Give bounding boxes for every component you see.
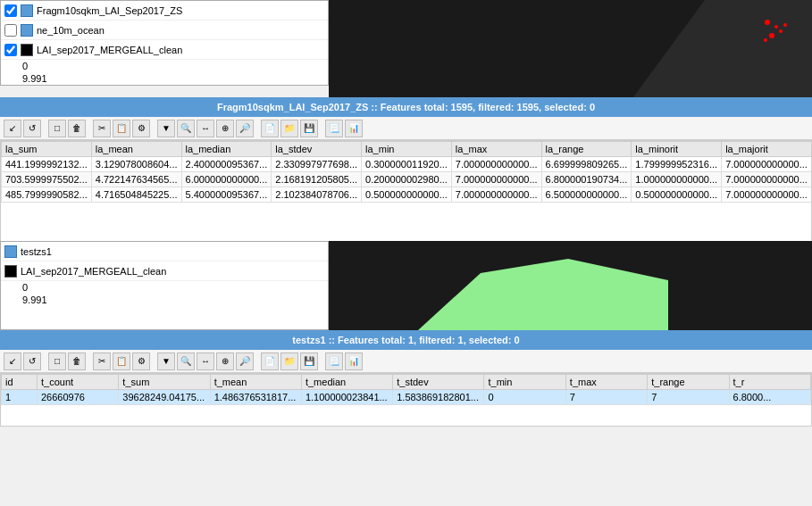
layer-checkbox-fragm[interactable] [4,4,17,17]
table-cell: 2.168191205805... [272,172,362,187]
layer-label-lai2: LAI_sep2017_MERGEALL_clean [21,266,166,277]
table-cell: 7.000000000000... [722,157,812,172]
map-red-dots [723,9,794,62]
tb-select-btn[interactable]: 🔍 [177,120,195,137]
map-area-top [329,0,812,97]
tb2-filter-btn[interactable]: ▼ [157,353,175,370]
tb-refresh-btn[interactable]: ↺ [23,120,41,137]
table-header-text-2: testzs1 :: Features total: 1, filtered: … [292,335,519,345]
tb-chart-btn[interactable]: 📊 [345,120,363,137]
layer-checkbox-ne10m[interactable] [4,24,17,37]
col-t_sum[interactable]: t_sum [119,375,210,390]
layer-item-fragm[interactable]: Fragm10sqkm_LAI_Sep2017_ZS [1,1,328,21]
tb2-save-btn[interactable]: 💾 [300,353,318,370]
table-header-bar-2: testzs1 :: Features total: 1, filtered: … [0,330,812,350]
tb2-zoom-btn[interactable]: 🔎 [236,353,254,370]
tb-settings-btn[interactable]: ⚙ [132,120,150,137]
tb-clear-btn[interactable]: □ [48,120,66,137]
layer-item-lai2[interactable]: LAI_sep2017_MERGEALL_clean [1,261,328,281]
table-cell: 2.330997977698... [272,157,362,172]
tb2-chart-btn[interactable]: 📊 [345,353,363,370]
tb2-select-btn[interactable]: 🔍 [177,353,195,370]
toolbar-1: ↙ ↺ □ 🗑 ✂ 📋 ⚙ ▼ 🔍 ↔ ⊕ 🔎 📄 📁 💾 📃 📊 [0,117,812,140]
col-t_range[interactable]: t_range [648,375,729,390]
svg-point-1 [774,25,778,29]
col-t_count[interactable]: t_count [38,375,119,390]
tb2-move-btn[interactable]: ↔ [197,353,214,370]
table-row[interactable]: 441.1999992132...3.129078008604...2.4000… [2,157,812,172]
lower-legend-value-0: 0 [19,281,328,294]
tb-filter-btn[interactable]: ▼ [157,120,175,137]
layer-item-lai[interactable]: LAI_sep2017_MERGEALL_clean [1,40,328,60]
tb-export-btn[interactable]: 📃 [325,120,343,137]
tb-save-btn[interactable]: 💾 [300,120,318,137]
table-cell: 4.716504845225... [91,187,181,203]
tb2-clear-btn[interactable]: □ [48,353,66,370]
table-cell: 0.500000000000... [362,187,452,203]
tb-delete-btn[interactable]: 🗑 [68,120,86,137]
col-la_minorit[interactable]: la_minorit [632,142,722,157]
tb-move-btn[interactable]: ↔ [197,120,214,137]
tb2-export-btn[interactable]: 📃 [325,353,343,370]
table-cell: 26660976 [38,390,119,405]
col-id[interactable]: id [2,375,38,390]
table-cell: 1.583869182801... [393,390,484,405]
lower-legend-value-9991: 9.991 [19,294,328,306]
table-cell: 0.200000002980... [362,172,452,187]
tb2-new-btn[interactable]: 📄 [261,353,279,370]
data-table-1: la_sum la_mean la_median la_stdev la_min… [0,140,812,244]
table-cell: 1.799999952316... [632,157,722,172]
col-la_majorit[interactable]: la_majorit [722,142,812,157]
data-table-2: id t_count t_sum t_mean t_median t_stdev… [0,373,812,427]
table-cell: 6.000000000000... [181,172,272,187]
table-cell: 6.8000... [729,390,810,405]
table-cell: 5.400000095367... [181,187,272,203]
table-header-row-2: id t_count t_sum t_mean t_median t_stdev… [2,375,811,390]
layer-icon-lai [21,44,33,56]
col-la_range[interactable]: la_range [541,142,632,157]
layer-checkbox-lai[interactable] [4,44,17,56]
tb-copy-btn[interactable]: 📋 [113,120,130,137]
layer-item-testzs1[interactable]: testzs1 [1,242,328,261]
tb-zoom-btn[interactable]: 🔎 [236,120,254,137]
table-cell: 1.486376531817... [210,390,301,405]
tb2-settings-btn[interactable]: ⚙ [132,353,150,370]
tb-open-btn[interactable]: 📁 [280,120,298,137]
col-t_min[interactable]: t_min [484,375,565,390]
col-t_mean[interactable]: t_mean [210,375,301,390]
col-la_sum[interactable]: la_sum [2,142,92,157]
layer-item-ne10m[interactable]: ne_10m_ocean [1,21,328,40]
tb-action-btn[interactable]: ⊕ [216,120,234,137]
col-la_stdev[interactable]: la_stdev [272,142,362,157]
layer-panel-bottom: testzs1 LAI_sep2017_MERGEALL_clean 0 9.9… [0,241,329,330]
col-t_median[interactable]: t_median [301,375,392,390]
col-la_min[interactable]: la_min [362,142,452,157]
table-cell: 2.102384078706... [272,187,362,203]
layer-icon-fragm [21,4,33,17]
layer-label-testzs1: testzs1 [21,246,52,257]
col-la_median[interactable]: la_median [181,142,272,157]
table-row[interactable]: 485.7999990582...4.716504845225...5.4000… [2,187,812,203]
svg-point-2 [769,33,774,38]
svg-point-0 [765,20,770,25]
map-area-bottom [329,241,812,330]
tb2-cut-btn[interactable]: ✂ [93,353,111,370]
tb-back-btn[interactable]: ↙ [4,120,21,137]
tb2-action-btn[interactable]: ⊕ [216,353,234,370]
table-cell: 6.500000000000... [541,187,632,203]
tb2-refresh-btn[interactable]: ↺ [23,353,41,370]
table-row[interactable]: 703.5999975502...4.722147634565...6.0000… [2,172,812,187]
tb-cut-btn[interactable]: ✂ [93,120,111,137]
col-t_max[interactable]: t_max [565,375,647,390]
tb-new-btn[interactable]: 📄 [261,120,279,137]
tb2-delete-btn[interactable]: 🗑 [68,353,86,370]
tb2-back-btn[interactable]: ↙ [4,353,21,370]
col-t_stdev[interactable]: t_stdev [393,375,484,390]
tb2-copy-btn[interactable]: 📋 [113,353,130,370]
table-row[interactable]: 12666097639628249.04175...1.486376531817… [2,390,811,405]
col-t_r[interactable]: t_r [729,375,810,390]
col-la_max[interactable]: la_max [451,142,541,157]
tb2-open-btn[interactable]: 📁 [280,353,298,370]
table-header-row-1: la_sum la_mean la_median la_stdev la_min… [2,142,812,157]
col-la_mean[interactable]: la_mean [91,142,181,157]
